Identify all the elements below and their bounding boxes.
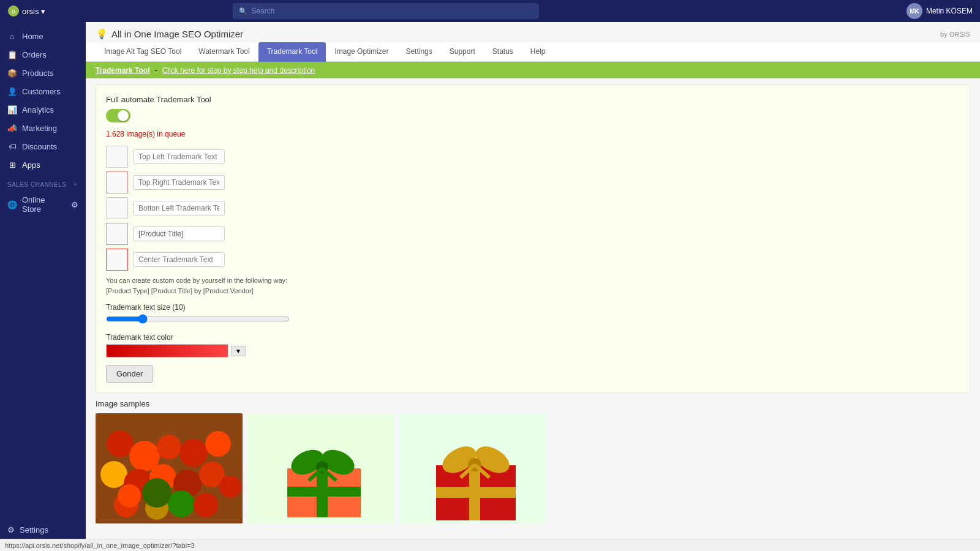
svg-point-5 bbox=[157, 435, 181, 459]
svg-point-7 bbox=[205, 431, 231, 457]
trademark-row-product-title bbox=[106, 223, 960, 245]
sidebar-bottom: ⚙ Settings bbox=[0, 521, 86, 539]
settings-icon: ⚙ bbox=[7, 525, 15, 534]
samples-grid bbox=[96, 413, 970, 523]
submit-button[interactable]: Gonder bbox=[106, 365, 153, 383]
trademark-preview-bottom-left bbox=[106, 197, 128, 219]
marketing-icon: 📣 bbox=[7, 123, 17, 133]
sample-image-red-gift bbox=[399, 413, 546, 523]
samples-title: Image samples bbox=[96, 399, 970, 408]
sidebar-item-home[interactable]: ⌂ Home bbox=[0, 27, 86, 45]
sidebar-item-marketing[interactable]: 📣 Marketing bbox=[0, 119, 86, 137]
size-slider-section: Trademark text size (10) bbox=[106, 303, 960, 326]
sidebar-item-customers[interactable]: 👤 Customers bbox=[0, 82, 86, 100]
online-store-settings-icon[interactable]: ⚙ bbox=[71, 200, 78, 209]
sidebar-item-analytics[interactable]: 📊 Analytics bbox=[0, 100, 86, 119]
size-slider[interactable] bbox=[106, 314, 290, 324]
tab-support[interactable]: Support bbox=[441, 42, 484, 62]
svg-point-16 bbox=[168, 490, 195, 517]
svg-rect-23 bbox=[287, 487, 361, 497]
app-title: All in One Image SEO Optimizer bbox=[111, 29, 243, 39]
svg-point-13 bbox=[219, 476, 241, 498]
sample-image-tomatoes bbox=[96, 413, 243, 523]
trademark-preview-center bbox=[106, 249, 128, 271]
info-bar: Trademark Tool - Click here for step by … bbox=[86, 62, 980, 78]
top-navigation-bar: o orsis ▾ 🔍 MK Metin KÖSEM bbox=[0, 0, 980, 22]
sidebar-item-discounts[interactable]: 🏷 Discounts bbox=[0, 137, 86, 156]
store-name[interactable]: o orsis ▾ bbox=[7, 5, 45, 17]
trademark-preview-top-right bbox=[106, 171, 128, 193]
add-sales-channel-icon[interactable]: ＋ bbox=[72, 180, 79, 189]
sidebar-item-settings[interactable]: ⚙ Settings bbox=[0, 521, 86, 539]
tab-help[interactable]: Help bbox=[522, 42, 554, 62]
avatar: MK bbox=[907, 3, 922, 19]
search-icon: 🔍 bbox=[239, 7, 247, 15]
search-input[interactable] bbox=[251, 7, 533, 15]
statusbar: https://api.orsis.net/shopify/all_in_one… bbox=[0, 539, 980, 551]
svg-point-8 bbox=[100, 461, 127, 488]
product-title-input[interactable] bbox=[133, 227, 225, 241]
automate-label: Full automate Trademark Tool bbox=[106, 95, 960, 104]
tab-image-alt[interactable]: Image Alt Tag SEO Tool bbox=[96, 42, 190, 62]
status-url: https://api.orsis.net/shopify/all_in_one… bbox=[5, 542, 195, 549]
user-name: Metin KÖSEM bbox=[926, 7, 973, 15]
analytics-icon: 📊 bbox=[7, 105, 17, 114]
home-icon: ⌂ bbox=[7, 31, 17, 41]
sidebar-item-orders[interactable]: 📋 Orders bbox=[0, 45, 86, 64]
svg-point-18 bbox=[142, 478, 172, 508]
tab-image-optimizer[interactable]: Image Optimizer bbox=[326, 42, 397, 62]
svg-point-17 bbox=[194, 493, 218, 517]
svg-point-3 bbox=[107, 430, 134, 457]
sample-image-green-gift bbox=[247, 413, 394, 523]
sidebar-item-apps[interactable]: ⊞ Apps bbox=[0, 156, 86, 174]
sidebar: ⌂ Home 📋 Orders 📦 Products 👤 Customers 📊… bbox=[0, 22, 86, 539]
online-store-icon: 🌐 bbox=[7, 200, 17, 209]
svg-point-6 bbox=[179, 439, 208, 467]
orders-icon: 📋 bbox=[7, 50, 17, 59]
tab-trademark[interactable]: Trademark Tool bbox=[258, 42, 326, 62]
customers-icon: 👤 bbox=[7, 86, 17, 96]
trademark-preview-product-title bbox=[106, 223, 128, 245]
sidebar-item-products[interactable]: 📦 Products bbox=[0, 64, 86, 82]
tab-status[interactable]: Status bbox=[484, 42, 522, 62]
user-info: MK Metin KÖSEM bbox=[907, 3, 973, 19]
size-slider-label: Trademark text size (10) bbox=[106, 303, 960, 312]
tab-settings[interactable]: Settings bbox=[397, 42, 440, 62]
trademark-row-bottom-left bbox=[106, 197, 960, 219]
by-orsis: by ORSIS bbox=[940, 31, 970, 38]
queue-text: 1.628 image(s) in queue bbox=[106, 130, 960, 138]
samples-section: Image samples bbox=[96, 399, 970, 523]
bottom-left-input[interactable] bbox=[133, 201, 225, 216]
bulb-icon: 💡 bbox=[96, 28, 108, 40]
app-header: 💡 All in One Image SEO Optimizer by ORSI… bbox=[86, 22, 980, 40]
color-dropdown-button[interactable]: ▼ bbox=[231, 346, 246, 356]
main-content: 💡 All in One Image SEO Optimizer by ORSI… bbox=[86, 22, 980, 539]
search-bar[interactable]: 🔍 bbox=[233, 3, 539, 19]
top-left-input[interactable] bbox=[133, 149, 225, 164]
top-right-input[interactable] bbox=[133, 175, 225, 190]
trademark-row-top-right bbox=[106, 171, 960, 193]
color-section: Trademark text color ▼ bbox=[106, 333, 960, 358]
sales-channels-section: SALES CHANNELS ＋ bbox=[0, 174, 86, 191]
svg-text:o: o bbox=[12, 8, 15, 15]
trademark-preview-top-left bbox=[106, 146, 128, 168]
help-link[interactable]: Click here for step by step help and des… bbox=[162, 66, 315, 75]
automate-toggle[interactable] bbox=[106, 109, 130, 122]
apps-icon: ⊞ bbox=[7, 160, 17, 170]
trademark-row-top-left bbox=[106, 146, 960, 168]
tab-watermark[interactable]: Watermark Tool bbox=[190, 42, 258, 62]
color-selector: ▼ bbox=[106, 344, 960, 358]
center-input[interactable] bbox=[133, 252, 225, 267]
trademark-panel: Full automate Trademark Tool 1.628 image… bbox=[96, 84, 970, 393]
custom-code-info: You can create custom code by yourself i… bbox=[106, 276, 960, 296]
discounts-icon: 🏷 bbox=[7, 141, 17, 151]
products-icon: 📦 bbox=[7, 68, 17, 78]
color-bar[interactable] bbox=[106, 344, 228, 358]
color-label: Trademark text color bbox=[106, 333, 960, 342]
tab-bar: Image Alt Tag SEO Tool Watermark Tool Tr… bbox=[86, 42, 980, 62]
trademark-tool-label[interactable]: Trademark Tool bbox=[96, 66, 149, 75]
sidebar-item-online-store[interactable]: 🌐 Online Store ⚙ bbox=[0, 191, 86, 218]
trademark-row-center bbox=[106, 249, 960, 271]
toggle-circle bbox=[118, 110, 129, 121]
svg-point-19 bbox=[118, 484, 141, 508]
